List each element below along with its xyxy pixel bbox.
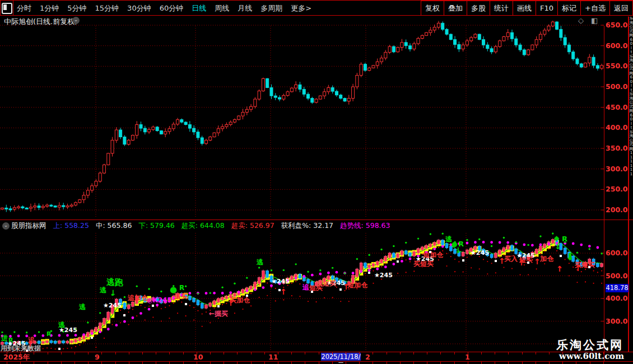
candle-body	[502, 37, 505, 41]
red-dot	[202, 313, 203, 314]
green-dot	[466, 239, 468, 241]
red-dot	[291, 283, 292, 284]
magenta-dot	[523, 243, 525, 246]
axis-tick	[508, 362, 509, 364]
candle-body	[156, 127, 159, 131]
red-dot	[406, 272, 407, 273]
candle-body	[50, 205, 53, 206]
magenta-dot	[115, 324, 118, 326]
candle-body	[327, 87, 330, 91]
red-dot	[185, 315, 187, 316]
red-dot	[283, 299, 284, 300]
red-dot	[446, 253, 447, 254]
y-axis-label: 500.0	[606, 83, 627, 91]
lower-candle-body	[86, 333, 89, 337]
lower-candle-body	[197, 300, 199, 305]
magenta-dot	[254, 288, 257, 291]
signal-label: R	[562, 235, 567, 243]
marker-square	[246, 295, 248, 297]
latest-value-tag: 418.78	[606, 284, 629, 292]
candle-body	[352, 87, 355, 99]
red-dot	[573, 267, 574, 268]
magenta-dot	[490, 241, 493, 244]
red-dot	[50, 348, 52, 349]
y-axis-label: 300.0	[606, 165, 627, 173]
signal-label: 追买	[174, 293, 188, 300]
axis-tick	[115, 362, 116, 364]
candle-body	[250, 106, 253, 109]
candle-body	[335, 91, 338, 95]
candle-body	[384, 52, 387, 58]
red-dot	[454, 271, 455, 272]
magenta-dot	[99, 330, 101, 333]
green-dot	[26, 332, 27, 333]
magenta-dot	[352, 272, 355, 274]
magenta-dot	[205, 292, 208, 295]
y-axis-label: 650.0	[606, 21, 627, 29]
signal-label: 逃	[100, 287, 106, 294]
lower-candle-body	[290, 276, 293, 280]
axis-tick	[440, 352, 441, 354]
candle-body	[339, 95, 342, 99]
axis-tick	[183, 362, 184, 364]
lower-candle-body	[368, 265, 371, 268]
magenta-dot	[482, 241, 485, 244]
collapse-indicator-icon[interactable]: ⌄	[2, 222, 10, 230]
magenta-dot	[506, 241, 509, 244]
red-dot	[548, 249, 549, 250]
chart-canvas[interactable]	[0, 0, 633, 364]
axis-tick	[183, 352, 184, 354]
green-dot	[515, 241, 517, 243]
lower-candle-body	[425, 245, 428, 249]
lower-candle-body	[535, 249, 538, 254]
green-dot	[283, 269, 285, 271]
red-dot	[295, 281, 296, 282]
candle-body	[21, 207, 24, 208]
candle-body	[421, 35, 423, 38]
axis-tick	[359, 362, 360, 364]
axis-tick	[576, 362, 576, 364]
green-dot	[148, 288, 150, 290]
axis-tick	[440, 362, 441, 364]
lower-candle-body	[433, 242, 436, 246]
axis-tick	[7, 362, 7, 364]
candle-body	[527, 50, 530, 55]
lower-candle-body	[38, 341, 40, 344]
marker-square	[588, 266, 590, 268]
magenta-dot	[466, 242, 469, 245]
signal-label: 用到未来数据	[1, 345, 41, 352]
axis-tick	[264, 362, 265, 364]
marker-square	[278, 289, 281, 291]
green-dot	[1, 332, 3, 333]
indicator-field: 获利盘%: 32.17	[281, 221, 333, 231]
candle-body	[197, 132, 199, 138]
signal-label: ★245	[271, 278, 290, 285]
red-dot	[511, 268, 513, 269]
candle-body	[368, 68, 371, 70]
magenta-dot	[188, 292, 191, 295]
lower-candle-body	[466, 250, 468, 254]
candle-body	[13, 208, 16, 209]
red-dot	[275, 300, 276, 301]
axis-tick	[142, 352, 143, 354]
green-dot	[38, 331, 40, 333]
magenta-dot	[311, 274, 314, 277]
red-dot	[593, 283, 594, 284]
red-dot	[145, 319, 146, 320]
magenta-dot	[66, 334, 69, 337]
red-dot	[601, 283, 602, 284]
axis-tick	[305, 362, 305, 364]
indicator-field: 趋势线: 598.63	[340, 221, 390, 231]
axis-tick	[346, 352, 346, 354]
lower-candle-body	[360, 263, 362, 270]
red-dot	[519, 274, 520, 275]
red-dot	[271, 287, 272, 288]
magenta-dot	[17, 335, 20, 338]
candle-body	[115, 130, 118, 140]
candle-body	[123, 137, 126, 144]
axis-tick	[454, 362, 455, 364]
axis-tick	[251, 352, 252, 354]
red-dot	[308, 301, 309, 302]
lower-candle-body	[188, 296, 191, 300]
magenta-dot	[327, 272, 330, 274]
